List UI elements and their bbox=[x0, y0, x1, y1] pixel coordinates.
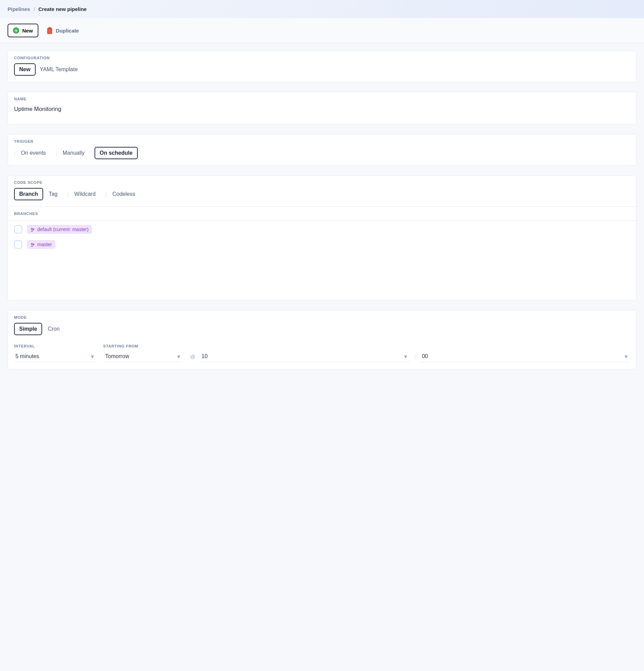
name-panel: Name Uptime Monitoring bbox=[8, 92, 636, 125]
branch-row: master bbox=[14, 240, 630, 249]
configuration-option-yaml[interactable]: YAML Template bbox=[40, 66, 78, 73]
branch-row: default (current: master) bbox=[14, 225, 630, 234]
breadcrumb: Pipelines / Create new pipeline bbox=[0, 0, 644, 18]
duplicate-label: Duplicate bbox=[56, 28, 79, 34]
starting-from-heading: Starting From bbox=[97, 341, 183, 351]
trigger-option-events[interactable]: On events bbox=[20, 147, 51, 159]
trigger-panel: Trigger | On events | Manually On schedu… bbox=[8, 134, 636, 166]
option-divider: | bbox=[14, 150, 15, 156]
caret-down-icon: ▼ bbox=[176, 354, 181, 359]
new-button-label: New bbox=[22, 28, 33, 34]
trigger-option-manually[interactable]: Manually bbox=[62, 147, 90, 159]
branch-label: master bbox=[37, 242, 52, 247]
mode-heading: Mode bbox=[8, 311, 636, 323]
configuration-heading: Configuration bbox=[8, 51, 636, 63]
code-scope-option-codeless[interactable]: Codeless bbox=[112, 188, 140, 200]
mode-option-cron[interactable]: Cron bbox=[47, 323, 65, 335]
branch-checkbox[interactable] bbox=[14, 225, 22, 233]
caret-down-icon: ▼ bbox=[623, 354, 629, 359]
colon-symbol: : bbox=[414, 354, 416, 359]
breadcrumb-pipelines-link[interactable]: Pipelines bbox=[8, 6, 30, 12]
breadcrumb-separator: / bbox=[34, 6, 35, 12]
git-branch-icon bbox=[30, 227, 35, 232]
option-divider: | bbox=[56, 150, 57, 156]
starting-hour-select[interactable]: 10 ▼ bbox=[200, 351, 409, 362]
configuration-panel: Configuration New YAML Template bbox=[8, 51, 636, 82]
branch-chip-master[interactable]: master bbox=[27, 240, 55, 249]
branch-chip-default[interactable]: default (current: master) bbox=[27, 225, 92, 234]
starting-minute-value: 00 bbox=[422, 353, 428, 359]
mode-option-simple[interactable]: Simple bbox=[14, 323, 42, 335]
branches-list: default (current: master) master bbox=[8, 221, 636, 300]
interval-heading: Interval bbox=[8, 341, 97, 351]
code-scope-heading: Code Scope bbox=[8, 176, 636, 188]
breadcrumb-current: Create new pipeline bbox=[38, 6, 87, 12]
branches-heading: Branches bbox=[8, 207, 636, 220]
code-scope-option-tag[interactable]: Tag bbox=[48, 188, 63, 200]
schedule-panel: Mode Simple Cron Interval Starting From … bbox=[8, 310, 636, 369]
code-scope-option-wildcard[interactable]: Wildcard bbox=[74, 188, 101, 200]
starting-from-day-select[interactable]: Tomorrow ▼ bbox=[104, 351, 183, 362]
plus-circle-icon: + bbox=[13, 27, 19, 34]
caret-down-icon: ▼ bbox=[90, 354, 95, 359]
interval-value: 5 minutes bbox=[15, 353, 39, 359]
clipboard-icon bbox=[47, 27, 53, 34]
starting-hour-value: 10 bbox=[201, 353, 208, 359]
interval-select[interactable]: 5 minutes ▼ bbox=[14, 351, 96, 362]
trigger-heading: Trigger bbox=[8, 135, 636, 147]
caret-down-icon: ▼ bbox=[403, 354, 408, 359]
trigger-option-schedule[interactable]: On schedule bbox=[95, 147, 138, 159]
branch-label: default (current: master) bbox=[37, 227, 88, 232]
configuration-option-new[interactable]: New bbox=[14, 63, 36, 76]
top-actions-bar: + New Duplicate bbox=[0, 18, 644, 43]
name-heading: Name bbox=[8, 92, 636, 104]
starting-minute-select[interactable]: 00 ▼ bbox=[421, 351, 630, 362]
option-divider: | bbox=[106, 191, 107, 197]
name-input[interactable]: Uptime Monitoring bbox=[14, 104, 630, 118]
at-symbol: @ bbox=[190, 354, 195, 359]
new-button[interactable]: + New bbox=[8, 24, 38, 37]
code-scope-panel: Code Scope Branch Tag | Wildcard | Codel… bbox=[8, 175, 636, 301]
starting-from-day-value: Tomorrow bbox=[105, 353, 129, 359]
duplicate-button[interactable]: Duplicate bbox=[47, 27, 79, 34]
git-branch-icon bbox=[30, 242, 35, 247]
branch-checkbox[interactable] bbox=[14, 240, 22, 249]
code-scope-option-branch[interactable]: Branch bbox=[14, 188, 43, 200]
option-divider: | bbox=[67, 191, 69, 197]
